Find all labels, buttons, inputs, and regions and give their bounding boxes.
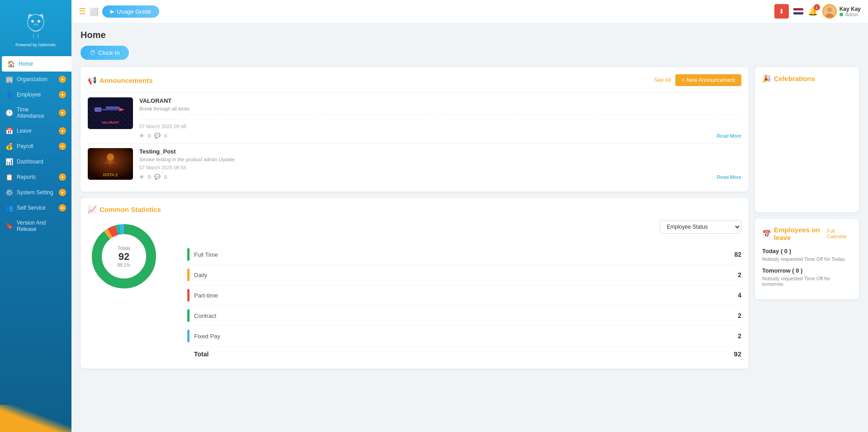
stat-row-fulltime: Full Time 82 <box>187 245 741 265</box>
donut-label: Totals <box>118 245 131 251</box>
statistics-title-text: Common Statistics <box>100 206 161 213</box>
nav-badge: ● <box>59 173 66 181</box>
total-label: Total <box>194 350 729 358</box>
svg-point-4 <box>827 7 832 12</box>
stats-legend: Employee Status Full Time 82 Daily <box>187 220 741 361</box>
full-calendar-link[interactable]: Full Calendar <box>827 228 852 239</box>
sidebar-item-home[interactable]: 🏠 Home <box>2 56 71 72</box>
sidebar-item-version-release[interactable]: 🔖 Version And Release <box>0 216 71 236</box>
sidebar-item-self-service[interactable]: 👥 Self Service ● <box>0 200 71 216</box>
sidebar-item-time-attendance[interactable]: 🕐 Time Attendance ● <box>0 102 71 123</box>
read-more-link[interactable]: Read More <box>717 174 741 180</box>
flag-icon[interactable] <box>793 8 803 14</box>
sidebar-item-label: Reports <box>17 174 55 180</box>
svg-rect-10 <box>95 107 101 112</box>
leave-today-section: Today ( 0 ) Nobody requested Time Off fo… <box>762 248 852 262</box>
stat-row-contract: Contract 2 <box>187 306 741 326</box>
sidebar-item-employee[interactable]: 👤 Employee ● <box>0 87 71 102</box>
sidebar-item-payroll[interactable]: 💰 Payroll ● <box>0 139 71 154</box>
view-count: 0 <box>148 133 151 139</box>
contract-count: 2 <box>738 312 741 319</box>
sidebar-item-label: System Setting <box>17 189 55 196</box>
stat-row-daily: Daily 2 <box>187 265 741 285</box>
online-indicator <box>840 13 843 16</box>
leave-tomorrow-title: Tomorrow ( 0 ) <box>762 267 852 274</box>
topbar-left: ☰ ⬜ ▶ Usage Guide <box>79 5 769 18</box>
topbar: ☰ ⬜ ▶ Usage Guide ⬇ 🔔 1 <box>71 0 868 23</box>
announce-body: Testing_Post Smoke testing in the produc… <box>139 148 741 180</box>
leave-today-message: Nobody requested Time Off for Today. <box>762 256 852 262</box>
sidebar-item-label: Employee <box>17 91 55 98</box>
daily-count: 2 <box>738 271 741 278</box>
sidebar-item-label: Version And Release <box>17 220 66 232</box>
announce-title: VALORANT <box>139 97 741 104</box>
user-profile[interactable]: Kay Kay Admin <box>822 4 861 19</box>
donut-value: 92 <box>118 251 131 263</box>
leave-tomorrow-section: Tomorrow ( 0 ) Nobody requested Time Off… <box>762 267 852 287</box>
svg-point-15 <box>107 154 114 161</box>
download-icon[interactable]: ⬇ <box>774 4 789 19</box>
see-all-link[interactable]: See All <box>654 77 671 83</box>
sidebar-item-leave[interactable]: 📅 Leave ● <box>0 123 71 139</box>
statistics-title: 📈 Common Statistics <box>88 205 161 214</box>
self-service-icon: 👥 <box>5 204 13 211</box>
nav-menu: 🏠 Home 🏢 Organization ● 👤 Employee ● 🕐 T… <box>0 56 71 236</box>
content-grid: 📢 Announcements See All + New Announceme… <box>81 67 859 369</box>
svg-text:DOTA 2: DOTA 2 <box>103 173 118 177</box>
sidebar-item-label: Dashboard <box>17 158 66 165</box>
new-announcement-button[interactable]: + New Announcement <box>675 74 741 86</box>
right-column: 🎉 Celebrations 📅 Employees on leave Full… <box>755 67 859 369</box>
dashboard-icon: 📊 <box>5 158 13 165</box>
payroll-icon: 💰 <box>5 143 13 150</box>
stats-grid: Totals 92 89.1% Employee Status <box>88 220 741 361</box>
svg-rect-7 <box>88 97 133 129</box>
employee-status-dropdown[interactable]: Employee Status <box>660 220 741 234</box>
flag-container <box>793 8 803 14</box>
leave-card-header: 📅 Employees on leave Full Calendar <box>762 226 852 241</box>
statistics-card: 📈 Common Statistics <box>81 198 749 369</box>
announce-title: Testing_Post <box>139 148 741 155</box>
fulltime-count: 82 <box>734 251 741 258</box>
comment-icon: 💬 <box>154 174 161 180</box>
daily-label: Daily <box>194 272 733 278</box>
avatar <box>822 4 837 19</box>
sidebar-item-organization[interactable]: 🏢 Organization ● <box>0 72 71 87</box>
sidebar-item-reports[interactable]: 📋 Reports ● <box>0 169 71 185</box>
topbar-right: ⬇ 🔔 1 Kay Kay <box>774 4 861 19</box>
comment-count: 0 <box>164 133 167 139</box>
announcement-item: VALORANT VALORANT Break through all limi… <box>88 92 741 143</box>
svg-point-0 <box>28 14 44 31</box>
chart-icon: 📈 <box>88 205 97 214</box>
user-role-text: Admin <box>845 12 858 17</box>
sidebar-item-system-setting[interactable]: ⚙️ System Setting ● <box>0 185 71 200</box>
fixedpay-label: Fixed Pay <box>194 333 733 340</box>
user-name: Kay Kay <box>840 6 861 12</box>
organization-icon: 🏢 <box>5 76 13 83</box>
svg-marker-11 <box>119 108 124 111</box>
megaphone-icon: 📢 <box>88 76 97 85</box>
eye-icon: 👁 <box>139 133 144 139</box>
sidebar-item-dashboard[interactable]: 📊 Dashboard <box>0 154 71 169</box>
read-more-link[interactable]: Read More <box>717 133 741 139</box>
expand-icon[interactable]: ⬜ <box>90 7 99 16</box>
nav-badge: ● <box>59 143 66 150</box>
daily-color-bar <box>187 269 190 281</box>
employee-icon: 👤 <box>5 91 13 98</box>
nav-badge: ● <box>59 204 66 211</box>
stat-row-fixedpay: Fixed Pay 2 <box>187 326 741 346</box>
announce-date: 07 March 2025 09:48 <box>139 124 741 129</box>
usage-guide-button[interactable]: ▶ Usage Guide <box>102 5 159 18</box>
svg-point-2 <box>38 20 40 23</box>
filter-row: Employee Status <box>187 220 741 239</box>
stat-row-total: Total 92 <box>187 346 741 361</box>
sidebar-item-label: Leave <box>17 128 55 134</box>
announce-footer: 👁 0 💬 0 Read More <box>139 174 741 180</box>
announce-desc: Smoke testing in the product admin Updat… <box>139 157 456 162</box>
announce-footer: 👁 0 💬 0 Read More <box>139 133 741 139</box>
nav-badge: ● <box>59 76 66 83</box>
hamburger-icon[interactable]: ☰ <box>79 6 86 16</box>
parttime-label: Part-time <box>194 292 733 299</box>
announce-stats: 👁 0 💬 0 <box>139 133 167 139</box>
clock-in-button[interactable]: ⏱ Clock-In <box>81 46 129 60</box>
usage-guide-label: Usage Guide <box>117 8 151 15</box>
